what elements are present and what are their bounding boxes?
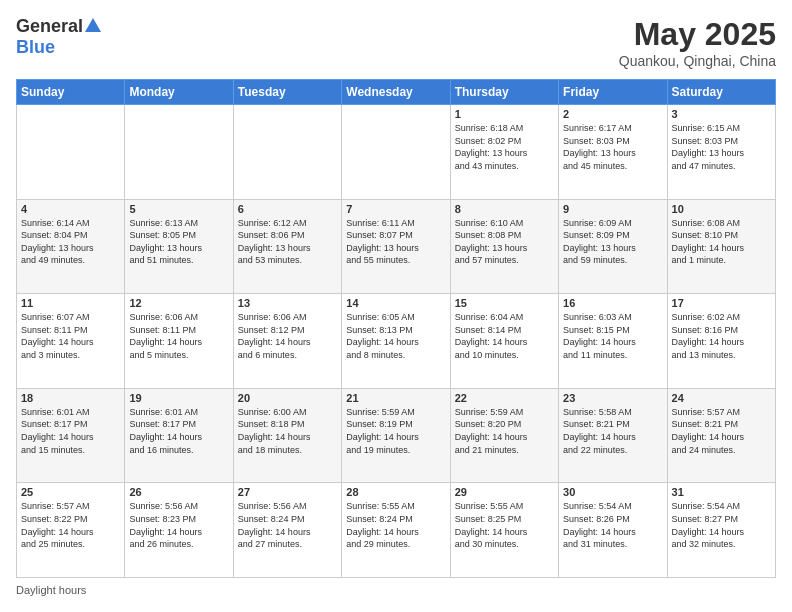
table-row: 26Sunrise: 5:56 AM Sunset: 8:23 PM Dayli… [125,483,233,578]
day-info: Sunrise: 5:55 AM Sunset: 8:25 PM Dayligh… [455,500,554,550]
day-number: 31 [672,486,771,498]
calendar-week-row: 4Sunrise: 6:14 AM Sunset: 8:04 PM Daylig… [17,199,776,294]
day-number: 1 [455,108,554,120]
table-row: 25Sunrise: 5:57 AM Sunset: 8:22 PM Dayli… [17,483,125,578]
day-number: 17 [672,297,771,309]
day-number: 22 [455,392,554,404]
day-number: 3 [672,108,771,120]
day-info: Sunrise: 6:02 AM Sunset: 8:16 PM Dayligh… [672,311,771,361]
table-row: 1Sunrise: 6:18 AM Sunset: 8:02 PM Daylig… [450,105,558,200]
day-info: Sunrise: 5:58 AM Sunset: 8:21 PM Dayligh… [563,406,662,456]
day-header-tuesday: Tuesday [233,80,341,105]
day-number: 28 [346,486,445,498]
table-row: 7Sunrise: 6:11 AM Sunset: 8:07 PM Daylig… [342,199,450,294]
day-info: Sunrise: 5:57 AM Sunset: 8:21 PM Dayligh… [672,406,771,456]
table-row: 27Sunrise: 5:56 AM Sunset: 8:24 PM Dayli… [233,483,341,578]
logo-general: General [16,16,83,37]
table-row: 19Sunrise: 6:01 AM Sunset: 8:17 PM Dayli… [125,388,233,483]
day-number: 15 [455,297,554,309]
day-info: Sunrise: 6:11 AM Sunset: 8:07 PM Dayligh… [346,217,445,267]
day-number: 14 [346,297,445,309]
day-number: 30 [563,486,662,498]
day-number: 2 [563,108,662,120]
header-row: SundayMondayTuesdayWednesdayThursdayFrid… [17,80,776,105]
day-number: 10 [672,203,771,215]
day-info: Sunrise: 6:15 AM Sunset: 8:03 PM Dayligh… [672,122,771,172]
table-row: 31Sunrise: 5:54 AM Sunset: 8:27 PM Dayli… [667,483,775,578]
day-number: 4 [21,203,120,215]
day-header-friday: Friday [559,80,667,105]
day-number: 8 [455,203,554,215]
calendar-week-row: 25Sunrise: 5:57 AM Sunset: 8:22 PM Dayli… [17,483,776,578]
day-number: 13 [238,297,337,309]
day-number: 21 [346,392,445,404]
table-row: 8Sunrise: 6:10 AM Sunset: 8:08 PM Daylig… [450,199,558,294]
footer: Daylight hours [16,584,776,596]
day-number: 25 [21,486,120,498]
day-number: 29 [455,486,554,498]
day-info: Sunrise: 6:14 AM Sunset: 8:04 PM Dayligh… [21,217,120,267]
day-info: Sunrise: 6:09 AM Sunset: 8:09 PM Dayligh… [563,217,662,267]
table-row: 13Sunrise: 6:06 AM Sunset: 8:12 PM Dayli… [233,294,341,389]
month-title: May 2025 [619,16,776,53]
table-row [233,105,341,200]
table-row: 5Sunrise: 6:13 AM Sunset: 8:05 PM Daylig… [125,199,233,294]
table-row: 30Sunrise: 5:54 AM Sunset: 8:26 PM Dayli… [559,483,667,578]
day-number: 26 [129,486,228,498]
page: General Blue May 2025 Quankou, Qinghai, … [0,0,792,612]
table-row: 22Sunrise: 5:59 AM Sunset: 8:20 PM Dayli… [450,388,558,483]
title-block: May 2025 Quankou, Qinghai, China [619,16,776,69]
table-row [342,105,450,200]
day-info: Sunrise: 5:56 AM Sunset: 8:24 PM Dayligh… [238,500,337,550]
day-info: Sunrise: 6:18 AM Sunset: 8:02 PM Dayligh… [455,122,554,172]
calendar-week-row: 1Sunrise: 6:18 AM Sunset: 8:02 PM Daylig… [17,105,776,200]
day-info: Sunrise: 6:10 AM Sunset: 8:08 PM Dayligh… [455,217,554,267]
table-row: 2Sunrise: 6:17 AM Sunset: 8:03 PM Daylig… [559,105,667,200]
day-number: 6 [238,203,337,215]
table-row: 15Sunrise: 6:04 AM Sunset: 8:14 PM Dayli… [450,294,558,389]
day-number: 11 [21,297,120,309]
day-number: 7 [346,203,445,215]
day-info: Sunrise: 5:54 AM Sunset: 8:26 PM Dayligh… [563,500,662,550]
day-info: Sunrise: 6:01 AM Sunset: 8:17 PM Dayligh… [129,406,228,456]
logo: General Blue [16,16,101,58]
table-row: 14Sunrise: 6:05 AM Sunset: 8:13 PM Dayli… [342,294,450,389]
table-row: 10Sunrise: 6:08 AM Sunset: 8:10 PM Dayli… [667,199,775,294]
calendar-week-row: 18Sunrise: 6:01 AM Sunset: 8:17 PM Dayli… [17,388,776,483]
day-info: Sunrise: 5:56 AM Sunset: 8:23 PM Dayligh… [129,500,228,550]
table-row: 23Sunrise: 5:58 AM Sunset: 8:21 PM Dayli… [559,388,667,483]
table-row [125,105,233,200]
day-number: 24 [672,392,771,404]
table-row [17,105,125,200]
table-row: 24Sunrise: 5:57 AM Sunset: 8:21 PM Dayli… [667,388,775,483]
header: General Blue May 2025 Quankou, Qinghai, … [16,16,776,69]
day-header-wednesday: Wednesday [342,80,450,105]
table-row: 28Sunrise: 5:55 AM Sunset: 8:24 PM Dayli… [342,483,450,578]
table-row: 4Sunrise: 6:14 AM Sunset: 8:04 PM Daylig… [17,199,125,294]
table-row: 9Sunrise: 6:09 AM Sunset: 8:09 PM Daylig… [559,199,667,294]
day-info: Sunrise: 6:13 AM Sunset: 8:05 PM Dayligh… [129,217,228,267]
day-number: 16 [563,297,662,309]
day-info: Sunrise: 5:59 AM Sunset: 8:19 PM Dayligh… [346,406,445,456]
table-row: 17Sunrise: 6:02 AM Sunset: 8:16 PM Dayli… [667,294,775,389]
day-number: 20 [238,392,337,404]
calendar-table: SundayMondayTuesdayWednesdayThursdayFrid… [16,79,776,578]
day-info: Sunrise: 6:00 AM Sunset: 8:18 PM Dayligh… [238,406,337,456]
day-number: 9 [563,203,662,215]
table-row: 12Sunrise: 6:06 AM Sunset: 8:11 PM Dayli… [125,294,233,389]
logo-blue: Blue [16,37,55,58]
day-info: Sunrise: 6:03 AM Sunset: 8:15 PM Dayligh… [563,311,662,361]
day-info: Sunrise: 5:59 AM Sunset: 8:20 PM Dayligh… [455,406,554,456]
day-info: Sunrise: 6:04 AM Sunset: 8:14 PM Dayligh… [455,311,554,361]
table-row: 21Sunrise: 5:59 AM Sunset: 8:19 PM Dayli… [342,388,450,483]
day-header-sunday: Sunday [17,80,125,105]
day-number: 23 [563,392,662,404]
day-info: Sunrise: 6:08 AM Sunset: 8:10 PM Dayligh… [672,217,771,267]
table-row: 3Sunrise: 6:15 AM Sunset: 8:03 PM Daylig… [667,105,775,200]
table-row: 16Sunrise: 6:03 AM Sunset: 8:15 PM Dayli… [559,294,667,389]
logo-triangle-icon [85,18,101,32]
day-info: Sunrise: 6:05 AM Sunset: 8:13 PM Dayligh… [346,311,445,361]
day-info: Sunrise: 5:57 AM Sunset: 8:22 PM Dayligh… [21,500,120,550]
table-row: 18Sunrise: 6:01 AM Sunset: 8:17 PM Dayli… [17,388,125,483]
day-number: 5 [129,203,228,215]
